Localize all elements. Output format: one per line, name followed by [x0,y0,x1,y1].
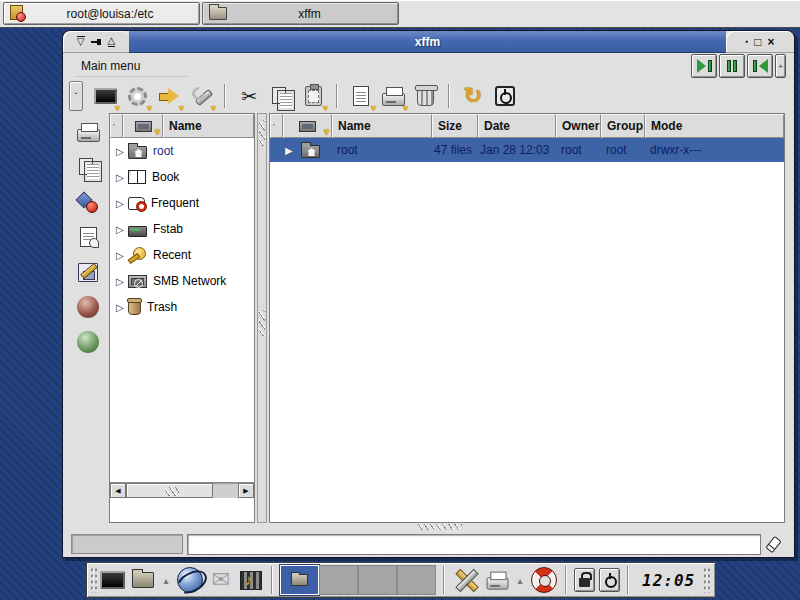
skip-backward-icon [759,59,768,73]
skip-backward-button[interactable] [747,54,773,78]
dropdown-badge-icon: ▾ [155,127,160,137]
print-button[interactable]: ▾ [378,81,408,111]
expander-icon[interactable]: ▷ [116,250,128,261]
taskbar-task-button[interactable]: xffm [202,2,399,25]
column-header-name[interactable]: Name [332,114,432,138]
lock-screen-button[interactable] [574,568,595,592]
taskbar-task-button[interactable]: root@louisa:/etc [3,2,200,25]
paste-icon [305,86,322,106]
workspace-cell[interactable] [397,565,436,595]
properties-button[interactable]: ▾ [346,81,376,111]
skip-forward-button[interactable] [691,54,717,78]
tree-item[interactable]: ▷ Trash [110,294,254,320]
column-header-owner[interactable]: Owner [556,114,601,138]
workspace-pager [280,565,436,595]
file-row[interactable]: ▶ root 47 files Jan 28 12:03 root root d… [270,138,784,162]
cell-owner: root [556,143,601,157]
panel-popup-button[interactable]: ▴ [159,564,173,596]
copy-button[interactable] [266,81,296,111]
toolbar-dropdown-button[interactable]: ˇ [69,81,83,111]
expander-icon[interactable]: ▷ [116,146,128,157]
expander-icon[interactable]: ▷ [116,172,128,183]
scrollbar-track[interactable] [126,483,238,498]
scissors-icon: ✂ [241,87,257,106]
workspace-cell[interactable] [358,565,397,595]
shutdown-button[interactable] [599,568,620,592]
panel-print-button[interactable] [483,564,511,596]
panel-help-button[interactable] [529,564,559,596]
window-title: xffm [129,31,726,53]
titlebar[interactable]: ▽ △ xffm ▪ □ × [63,31,794,53]
tree-item[interactable]: ▷ Frequent [110,190,254,216]
tree-item[interactable]: ▷ SMB Network [110,268,254,294]
tree-header-tiny[interactable]: ' [110,114,123,138]
expander-icon[interactable]: ▷ [116,198,128,209]
side-save-button[interactable] [72,257,104,287]
go-button[interactable]: ▾ [154,81,184,111]
dropdown-badge-icon: ▾ [115,103,120,113]
expander-icon[interactable]: ▷ [116,224,128,235]
top-taskbar: root@louisa:/etc xffm [0,0,800,28]
task-icon [10,5,27,22]
panel-media-button[interactable]: ♪ [237,564,265,596]
tree-header: ' ▾ Name [110,114,254,138]
settings-button[interactable]: ▾ [122,81,152,111]
tree-item[interactable]: ▷ Fstab [110,216,254,242]
panel-grip-handle[interactable] [90,567,97,593]
power-button[interactable] [490,81,520,111]
file-header-icon-column[interactable]: ▾ [283,114,332,138]
expander-icon[interactable]: ▶ [285,145,297,156]
status-entry-input[interactable] [187,534,761,555]
maximize-button[interactable]: □ [754,35,761,49]
terminal-icon [100,571,125,589]
horizontal-splitter[interactable] [63,523,794,531]
scrollbar-thumb[interactable] [126,483,213,498]
stick-icon[interactable] [91,37,102,47]
panel-mail-button[interactable]: ✉ [207,564,235,596]
refresh-button[interactable]: ↻ [458,81,488,111]
tools-button[interactable]: ▾ [186,81,216,111]
trash-button[interactable] [410,81,440,111]
panel-terminal-button[interactable] [98,564,127,596]
panel-file-manager-button[interactable] [129,564,157,596]
side-sphere-green-button[interactable] [72,327,104,357]
panel-splitter[interactable] [257,113,267,523]
media-more-button[interactable]: + [775,54,786,78]
close-button[interactable]: × [768,35,775,49]
tree-header-name[interactable]: Name [163,114,254,138]
scroll-right-button[interactable]: ▶ [238,483,254,498]
file-header-tiny[interactable]: ' [270,114,283,138]
column-header-size[interactable]: Size [432,114,478,138]
tree-item[interactable]: ▷ Recent [110,242,254,268]
pause-button[interactable] [719,54,745,78]
column-header-group[interactable]: Group [601,114,645,138]
paste-button[interactable]: ▾ [298,81,328,111]
cut-button[interactable]: ✂ [234,81,264,111]
eject-icon[interactable]: △ [108,36,116,47]
side-print-button[interactable] [72,117,104,147]
panel-browser-button[interactable] [175,564,205,596]
terminal-button[interactable]: ▾ [90,81,120,111]
workspace-cell[interactable] [280,565,319,595]
tree-item[interactable]: ▷ Book [110,164,254,190]
panel-tools-button[interactable] [451,564,481,596]
tree-item[interactable]: ▷ root [110,138,254,164]
tree-header-icon-column[interactable]: ▾ [123,114,163,138]
side-sphere-red-button[interactable] [72,292,104,322]
eraser-icon[interactable] [765,535,781,552]
side-copy-button[interactable] [72,152,104,182]
minimize-button[interactable]: ▪ [745,35,748,49]
panel-popup-button[interactable]: ▴ [513,564,527,596]
side-run-button[interactable] [72,187,104,217]
expander-icon[interactable]: ▷ [116,276,128,287]
workspace-cell[interactable] [319,565,358,595]
panel-grip-handle[interactable] [703,567,710,593]
side-select-button[interactable] [72,222,104,252]
column-header-date[interactable]: Date [478,114,556,138]
scroll-left-button[interactable]: ◀ [110,483,126,498]
rollup-icon[interactable]: ▽ [77,36,85,47]
column-header-mode[interactable]: Mode [645,114,784,138]
expander-icon[interactable]: ▷ [116,302,128,313]
toolbar-separator [336,84,338,108]
main-menu-item[interactable]: Main menu [75,56,187,77]
